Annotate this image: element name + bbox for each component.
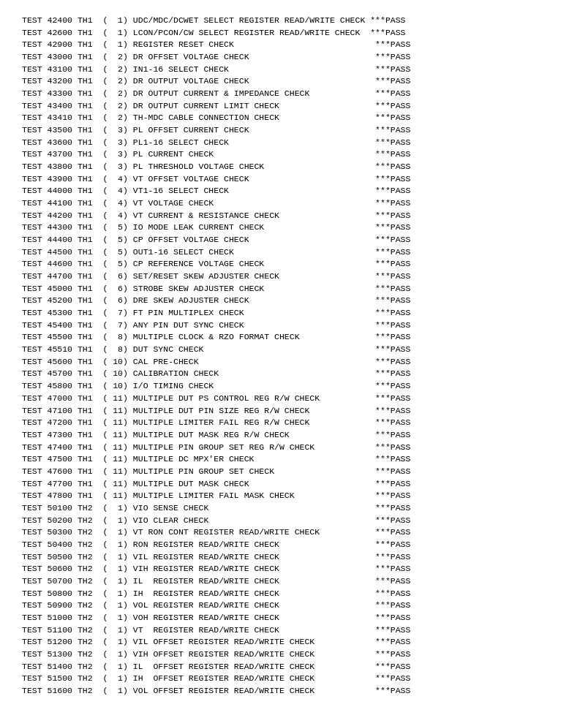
log-line: TEST 43600 TH1 ( 3) PL1-16 SELECT CHECK …: [22, 137, 566, 149]
log-line: TEST 47500 TH1 ( 11) MULTIPLE DC MPX'ER …: [22, 453, 566, 466]
log-line: TEST 47000 TH1 ( 11) MULTIPLE DUT PS CON…: [22, 393, 566, 405]
log-line: TEST 44400 TH1 ( 5) CP OFFSET VOLTAGE CH…: [22, 234, 566, 246]
log-line: TEST 43410 TH1 ( 2) TH-MDC CABLE CONNECT…: [22, 112, 566, 124]
log-line: TEST 50500 TH2 ( 1) VIL REGISTER READ/WR…: [22, 551, 566, 564]
log-line: TEST 50100 TH2 ( 1) VIO SENSE CHECK ***P…: [22, 502, 566, 515]
log-line: TEST 51500 TH2 ( 1) IH OFFSET REGISTER R…: [22, 673, 566, 685]
log-line: TEST 43200 TH1 ( 2) DR OUTPUT VOLTAGE CH…: [22, 75, 566, 88]
log-line: TEST 47700 TH1 ( 11) MULTIPLE DUT MASK C…: [22, 478, 566, 491]
log-line: TEST 44600 TH1 ( 5) CP REFERENCE VOLTAGE…: [22, 258, 566, 271]
log-line: TEST 45800 TH1 ( 10) I/O TIMING CHECK **…: [22, 380, 566, 393]
log-line: TEST 43100 TH1 ( 2) IN1-16 SELECT CHECK …: [22, 64, 566, 76]
log-line: TEST 44700 TH1 ( 6) SET/RESET SKEW ADJUS…: [22, 271, 566, 283]
log-line: TEST 44000 TH1 ( 4) VT1-16 SELECT CHECK …: [22, 185, 566, 197]
log-line: TEST 43400 TH1 ( 2) DR OUTPUT CURRENT LI…: [22, 100, 566, 113]
log-line: TEST 45600 TH1 ( 10) CAL PRE-CHECK ***PA…: [22, 356, 566, 368]
log-line: TEST 50700 TH2 ( 1) IL REGISTER READ/WRI…: [22, 575, 566, 588]
log-line: TEST 43700 TH1 ( 3) PL CURRENT CHECK ***…: [22, 148, 566, 161]
log-line: TEST 47200 TH1 ( 11) MULTIPLE LIMITER FA…: [22, 417, 566, 429]
log-container: TEST 42400 TH1 ( 1) UDC/MDC/DCWET SELECT…: [22, 15, 566, 697]
log-line: TEST 51100 TH2 ( 1) VT REGISTER READ/WRI…: [22, 624, 566, 637]
log-line: TEST 47100 TH1 ( 11) MULTIPLE DUT PIN SI…: [22, 405, 566, 417]
log-line: TEST 44300 TH1 ( 5) IO MODE LEAK CURRENT…: [22, 222, 566, 234]
log-line: TEST 51400 TH2 ( 1) IL OFFSET REGISTER R…: [22, 661, 566, 673]
log-line: TEST 50400 TH2 ( 1) RON REGISTER READ/WR…: [22, 539, 566, 551]
log-line: TEST 47800 TH1 ( 11) MULTIPLE LIMITER FA…: [22, 490, 566, 502]
log-line: TEST 47400 TH1 ( 11) MULTIPLE PIN GROUP …: [22, 442, 566, 454]
log-line: TEST 43900 TH1 ( 4) VT OFFSET VOLTAGE CH…: [22, 173, 566, 186]
log-line: TEST 43500 TH1 ( 3) PL OFFSET CURRENT CH…: [22, 124, 566, 137]
log-line: TEST 45510 TH1 ( 8) DUT SYNC CHECK ***PA…: [22, 344, 566, 356]
log-line: TEST 51200 TH2 ( 1) VIL OFFSET REGISTER …: [22, 636, 566, 649]
log-line: TEST 50900 TH2 ( 1) VOL REGISTER READ/WR…: [22, 600, 566, 612]
log-line: TEST 44100 TH1 ( 4) VT VOLTAGE CHECK ***…: [22, 197, 566, 210]
log-line: TEST 43300 TH1 ( 2) DR OUTPUT CURRENT & …: [22, 88, 566, 100]
log-line: TEST 50300 TH2 ( 1) VT RON CONT REGISTER…: [22, 526, 566, 539]
log-line: TEST 42600 TH1 ( 1) LCON/PCON/CW SELECT …: [22, 27, 566, 39]
log-line: TEST 51000 TH2 ( 1) VOH REGISTER READ/WR…: [22, 612, 566, 624]
log-line: TEST 47600 TH1 ( 11) MULTIPLE PIN GROUP …: [22, 466, 566, 478]
log-line: TEST 50800 TH2 ( 1) IH REGISTER READ/WRI…: [22, 588, 566, 600]
log-line: TEST 43800 TH1 ( 3) PL THRESHOLD VOLTAGE…: [22, 161, 566, 173]
log-line: TEST 42900 TH1 ( 1) REGISTER RESET CHECK…: [22, 39, 566, 51]
log-line: TEST 45300 TH1 ( 7) FT PIN MULTIPLEX CHE…: [22, 307, 566, 319]
log-line: TEST 43000 TH1 ( 2) DR OFFSET VOLTAGE CH…: [22, 51, 566, 64]
log-line: TEST 45700 TH1 ( 10) CALIBRATION CHECK *…: [22, 368, 566, 380]
log-line: TEST 45200 TH1 ( 6) DRE SKEW ADJUSTER CH…: [22, 295, 566, 307]
log-line: TEST 47300 TH1 ( 11) MULTIPLE DUT MASK R…: [22, 429, 566, 442]
log-line: TEST 45400 TH1 ( 7) ANY PIN DUT SYNC CHE…: [22, 319, 566, 332]
log-line: TEST 50600 TH2 ( 1) VIH REGISTER READ/WR…: [22, 563, 566, 575]
log-line: TEST 51600 TH2 ( 1) VOL OFFSET REGISTER …: [22, 685, 566, 697]
log-line: TEST 45500 TH1 ( 8) MULTIPLE CLOCK & RZO…: [22, 331, 566, 344]
log-line: TEST 44200 TH1 ( 4) VT CURRENT & RESISTA…: [22, 210, 566, 222]
log-line: TEST 50200 TH2 ( 1) VIO CLEAR CHECK ***P…: [22, 515, 566, 527]
log-line: TEST 45000 TH1 ( 6) STROBE SKEW ADJUSTER…: [22, 283, 566, 295]
log-line: TEST 42400 TH1 ( 1) UDC/MDC/DCWET SELECT…: [22, 15, 566, 27]
log-line: TEST 51300 TH2 ( 1) VIH OFFSET REGISTER …: [22, 649, 566, 661]
log-line: TEST 44500 TH1 ( 5) OUT1-16 SELECT CHECK…: [22, 246, 566, 259]
